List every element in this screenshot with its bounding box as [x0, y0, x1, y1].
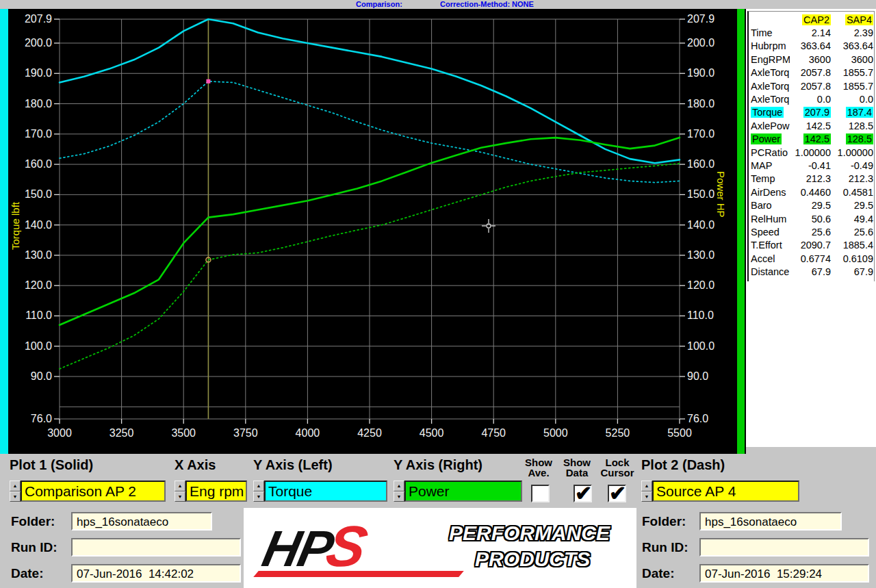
yright-spin-up-icon[interactable]: ▲: [394, 481, 404, 491]
row-label: Accel: [751, 253, 775, 264]
right-axis-tick-label: 200.0: [687, 37, 714, 49]
hps-logo: HPS: [257, 513, 373, 580]
cap2-value: 212.3: [806, 173, 831, 184]
sap4-value: 1885.4: [843, 240, 873, 251]
left-axis-tick-label: 90.0: [31, 370, 52, 382]
left-axis-tick-label: 140.0: [25, 219, 52, 231]
yright-field[interactable]: Power: [404, 481, 522, 502]
row-label: AirDens: [751, 187, 786, 198]
table-row: RelHum50.649.4: [751, 212, 873, 225]
yleft-field[interactable]: Torque: [264, 481, 387, 502]
plot1-spin-down-icon[interactable]: ▼: [10, 491, 21, 502]
left-axis-title: Torque lbft: [10, 202, 21, 250]
row-label: Baro: [751, 200, 772, 211]
sap4-value: 0.4581: [843, 187, 873, 198]
yleft-spin-down-icon[interactable]: ▼: [253, 491, 264, 502]
table-row: Temp212.3212.3: [751, 172, 873, 186]
right-axis-tick-label: 130.0: [687, 249, 714, 261]
show-data-checkbox[interactable]: ✔: [574, 485, 592, 502]
logo-performance-text: PERFORMANCE: [449, 522, 610, 545]
sap4-value: 0.0: [860, 94, 873, 105]
xaxis-spin-down-icon[interactable]: ▼: [175, 491, 185, 502]
left-axis-tick-label: 200.0: [25, 37, 52, 49]
right-folder-label: Folder:: [642, 514, 686, 529]
table-row: Accel0.67740.6109: [751, 252, 873, 265]
lock-cursor-checkbox[interactable]: ✔: [608, 485, 626, 502]
xaxis-label: X Axis: [175, 457, 216, 473]
show-ave-checkbox[interactable]: [531, 485, 550, 502]
xaxis-field[interactable]: Eng rpm: [185, 481, 247, 502]
right-date-field[interactable]: 07-Jun-2016 15:29:24: [699, 564, 869, 583]
table-row: Baro29.529.5: [751, 199, 873, 212]
row-label: AxlePow: [751, 120, 789, 131]
cap2-value: 142.5: [806, 120, 831, 131]
row-label: Distance: [751, 266, 789, 277]
yleft-spin-up-icon[interactable]: ▲: [253, 481, 264, 491]
cap2-value: 142.5: [803, 133, 831, 144]
x-axis-tick-label: 4750: [481, 427, 506, 439]
right-axis-tick-label: 76.0: [687, 413, 708, 424]
logo-products-text: PRODUCTS: [475, 548, 610, 571]
cursor-marker-square: [206, 79, 210, 84]
table-row: T.Effort2090.71885.4: [751, 239, 873, 252]
table-row: Time2.142.39: [751, 26, 873, 39]
x-axis-tick-label: 5500: [667, 427, 692, 439]
left-folder-field[interactable]: hps_16sonataeco: [71, 512, 212, 531]
cap2-value: 0.0: [817, 94, 831, 105]
plot1-combo: ▲ ▼ Comparison AP 2: [10, 481, 166, 502]
row-label: T.Effort: [751, 240, 782, 251]
table-row: AxlePow142.5128.5: [751, 119, 873, 132]
table-row: AirDens0.44600.4581: [751, 186, 873, 199]
comparison-label: Comparison:: [356, 0, 402, 8]
left-axis-tick-label: 130.0: [25, 249, 52, 261]
right-date-label: Date:: [642, 566, 675, 581]
sap4-value: 128.5: [846, 133, 873, 144]
xaxis-combo: ▲ ▼ Eng rpm: [175, 481, 247, 502]
sap4-value: 212.3: [849, 173, 873, 184]
right-axis-tick-label: 140.0: [687, 219, 714, 231]
table-header-row: CAP2SAP4: [751, 13, 873, 26]
right-runid-field[interactable]: [699, 538, 869, 557]
x-axis-tick-label: 3000: [47, 427, 72, 439]
plot1-spinner: ▲ ▼: [10, 481, 21, 502]
table-row: Torque207.9187.4: [751, 106, 873, 119]
yright-spin-down-icon[interactable]: ▼: [394, 491, 404, 502]
right-folder-field[interactable]: hps_16sonataeco: [699, 512, 842, 531]
x-axis-tick-label: 4250: [357, 427, 382, 439]
plot2-label: Plot 2 (Dash): [641, 457, 725, 473]
sap4-value: 2.39: [854, 27, 873, 38]
left-runid-field[interactable]: [71, 538, 241, 557]
table-row: Power142.5128.5: [751, 133, 873, 146]
plot1-label: Plot 1 (Solid): [10, 457, 93, 473]
left-date-field[interactable]: 07-Jun-2016 14:42:02: [71, 564, 241, 583]
x-axis-tick-label: 3750: [233, 427, 258, 439]
cap2-value: 29.5: [812, 200, 831, 211]
plot2-spin-down-icon[interactable]: ▼: [641, 491, 652, 502]
left-axis-tick-label: 150.0: [25, 188, 52, 200]
cap2-value: 3600: [809, 54, 831, 65]
sap4-value: -0.49: [851, 160, 873, 171]
plot2-spin-up-icon[interactable]: ▲: [641, 481, 652, 491]
left-axis-tick-label: 207.9: [25, 13, 52, 25]
left-axis-tick-label: 190.0: [25, 67, 52, 79]
correction-method-label: Correction-Method: NONE: [440, 0, 534, 8]
dyno-plot[interactable]: 207.9207.9200.0200.0190.0190.0180.0180.0…: [0, 9, 746, 454]
row-label: AxleTorq: [751, 67, 789, 78]
xaxis-spin-up-icon[interactable]: ▲: [175, 481, 185, 491]
plot1-field[interactable]: Comparison AP 2: [21, 481, 166, 502]
channel-data-table: CAP2SAP4Time2.142.39Hubrpm363.64363.64En…: [747, 11, 875, 281]
row-label: Hubrpm: [751, 40, 786, 51]
yleft-spinner: ▲ ▼: [253, 481, 264, 502]
row-label: Temp: [751, 173, 775, 184]
right-axis-tick-label: 90.0: [687, 370, 708, 382]
left-axis-tick-label: 180.0: [25, 98, 52, 110]
cap2-value: 2.14: [812, 27, 831, 38]
data-table-panel: CAP2SAP4Time2.142.39Hubrpm363.64363.64En…: [746, 9, 876, 447]
left-axis-tick-label: 110.0: [25, 309, 52, 321]
plot1-spin-up-icon[interactable]: ▲: [10, 481, 21, 491]
table-row: AxleTorqS0.00.0: [751, 92, 873, 105]
cap2-value: 0.4460: [801, 187, 831, 198]
plot2-field[interactable]: Source AP 4: [652, 481, 799, 502]
right-runid-label: Run ID:: [642, 540, 688, 555]
yright-spinner: ▲ ▼: [394, 481, 404, 502]
